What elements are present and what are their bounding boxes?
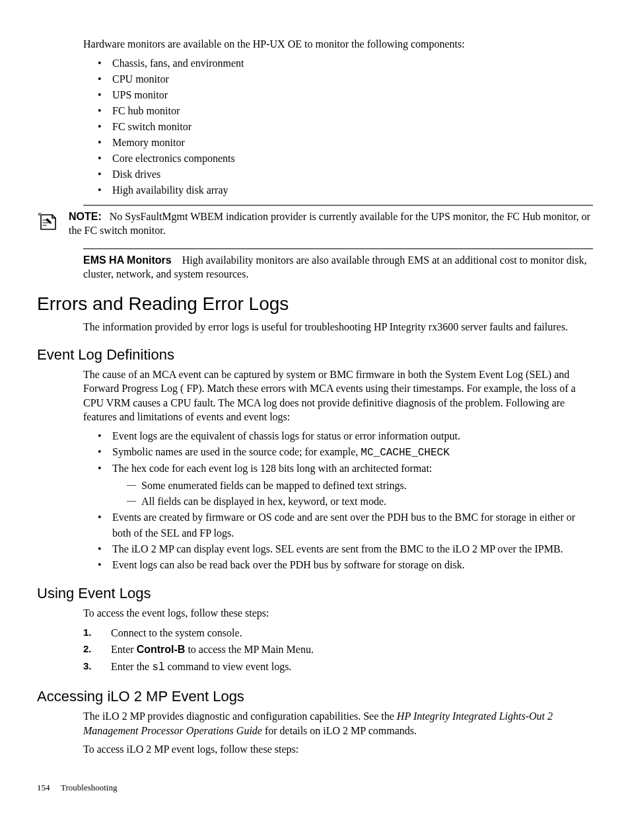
code: MC_CACHE_CHECK bbox=[361, 447, 449, 459]
hw-monitor-list: Chassis, fans, and environment CPU monit… bbox=[83, 56, 593, 198]
text: for details on iLO 2 MP commands. bbox=[262, 725, 417, 736]
list-item: All fields can be displayed in hex, keyw… bbox=[127, 494, 593, 510]
heading-accessing-ilo: Accessing iLO 2 MP Event Logs bbox=[37, 688, 593, 705]
text: command to view event logs. bbox=[164, 661, 291, 672]
heading-event-log-definitions: Event Log Definitions bbox=[37, 346, 593, 363]
note-paragraph: NOTE: No SysFaultMgmt WBEM indication pr… bbox=[69, 210, 593, 238]
list-item: Event logs are the equivalent of chassis… bbox=[98, 428, 593, 444]
using-paragraph: To access the event logs, follow these s… bbox=[83, 606, 593, 621]
divider bbox=[83, 248, 593, 249]
list-item: Enter Control-B to access the MP Main Me… bbox=[83, 641, 593, 658]
page-footer: 154Troubleshooting bbox=[37, 783, 593, 793]
list-item: The iLO 2 MP can display event logs. SEL… bbox=[98, 541, 593, 557]
list-item: Memory monitor bbox=[98, 135, 593, 151]
footer-section: Troubleshooting bbox=[61, 783, 117, 792]
list-item: Some enumerated fields can be mapped to … bbox=[127, 478, 593, 494]
bold: Control-B bbox=[137, 644, 186, 655]
list-item: High availability disk array bbox=[98, 182, 593, 198]
list-item: Events are created by firmware or OS cod… bbox=[98, 510, 593, 541]
list-item: Enter the sl command to view event logs. bbox=[83, 658, 593, 677]
using-steps: Connect to the system console. Enter Con… bbox=[83, 625, 593, 677]
ems-runin: EMS HA Monitors bbox=[83, 254, 182, 266]
text: Symbolic names are used in the source co… bbox=[112, 446, 361, 457]
list-item: Core electronics components bbox=[98, 151, 593, 167]
divider bbox=[83, 205, 593, 206]
code: sl bbox=[152, 662, 164, 673]
sub-list: Some enumerated fields can be mapped to … bbox=[112, 478, 593, 510]
text: to access the MP Main Menu. bbox=[185, 644, 313, 655]
list-item: Chassis, fans, and environment bbox=[98, 56, 593, 71]
text: Enter the bbox=[111, 661, 152, 672]
list-item: Event logs can also be read back over th… bbox=[98, 557, 593, 573]
list-item: UPS monitor bbox=[98, 87, 593, 103]
definitions-paragraph: The cause of an MCA event can be capture… bbox=[83, 367, 593, 424]
list-item: Disk drives bbox=[98, 167, 593, 182]
heading-errors: Errors and Reading Error Logs bbox=[37, 293, 593, 315]
list-item: The hex code for each event log is 128 b… bbox=[98, 461, 593, 510]
note-prefix: NOTE: bbox=[69, 211, 102, 222]
text: The hex code for each event log is 128 b… bbox=[112, 463, 432, 474]
list-item: Connect to the system console. bbox=[83, 625, 593, 642]
list-item: FC switch monitor bbox=[98, 119, 593, 135]
intro-paragraph: Hardware monitors are available on the H… bbox=[83, 37, 593, 52]
text: Enter bbox=[111, 644, 137, 655]
ilo-paragraph-1: The iLO 2 MP provides diagnostic and con… bbox=[83, 709, 593, 738]
list-item: FC hub monitor bbox=[98, 103, 593, 119]
definitions-list: Event logs are the equivalent of chassis… bbox=[83, 428, 593, 573]
page-number: 154 bbox=[37, 783, 61, 793]
heading-using-event-logs: Using Event Logs bbox=[37, 585, 593, 602]
text: The iLO 2 MP provides diagnostic and con… bbox=[83, 710, 397, 722]
list-item: Symbolic names are used in the source co… bbox=[98, 444, 593, 461]
list-item: CPU monitor bbox=[98, 71, 593, 87]
ilo-paragraph-2: To access iLO 2 MP event logs, follow th… bbox=[83, 742, 593, 757]
ems-paragraph: EMS HA MonitorsHigh availability monitor… bbox=[83, 253, 593, 282]
note-text: No SysFaultMgmt WBEM indication provider… bbox=[69, 211, 590, 237]
note-icon bbox=[37, 211, 58, 235]
errors-paragraph: The information provided by error logs i… bbox=[83, 320, 593, 334]
